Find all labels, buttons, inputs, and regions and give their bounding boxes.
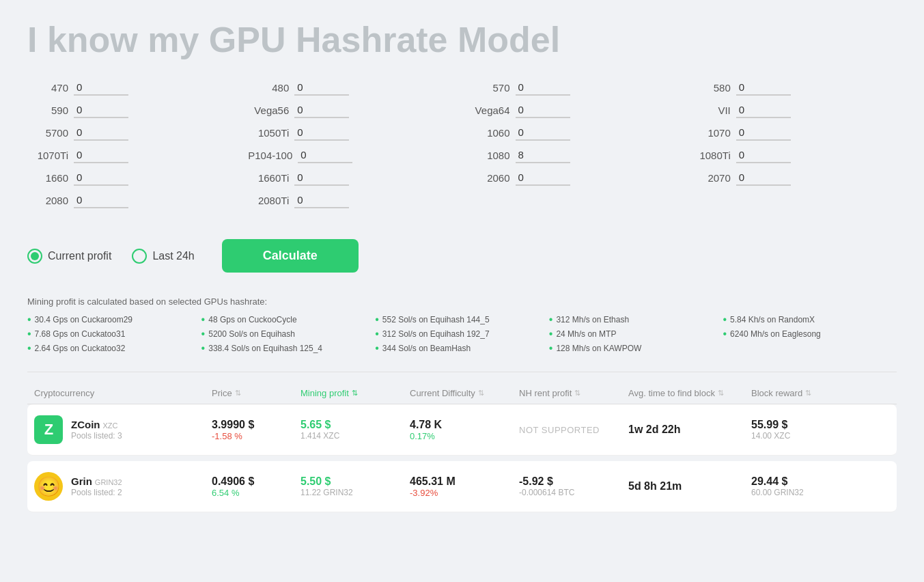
coin-price: 3.9990 $ (212, 419, 300, 431)
gpu-input-1080[interactable] (516, 148, 570, 163)
last-24h-dot (132, 249, 147, 264)
nh-rent-value: -5.92 $ (519, 475, 628, 488)
coin-name-line: GrinGRIN32 (71, 475, 122, 488)
coin-avg-time: 5d 8h 21m (628, 480, 751, 493)
gpu-input-5700[interactable] (74, 125, 128, 141)
gpu-input-590[interactable] (74, 102, 128, 118)
gpu-label-580: 580 (690, 82, 731, 94)
gpu-field-2080ti: 2080Ti (248, 193, 455, 208)
gpu-input-2080Ti[interactable] (294, 193, 349, 208)
gpu-input-VII[interactable] (736, 102, 791, 118)
coin-blockreward-col: 29.44 $ 60.00 GRIN32 (751, 475, 847, 497)
gpu-input-P104-100[interactable] (298, 148, 352, 163)
hashrate-col-1: 48 Gps on CuckooCycle5200 Sol/s on Equih… (201, 314, 376, 355)
gpu-input-580[interactable] (736, 80, 791, 96)
table-header-avg.-time-to-find-block[interactable]: Avg. time to find block ⇅ (628, 388, 751, 398)
gpu-label-Vega64: Vega64 (469, 105, 510, 116)
gpu-input-2080[interactable] (74, 193, 128, 208)
hashrate-item: 338.4 Sol/s on Equihash 125_4 (201, 342, 376, 355)
coin-avgtime-col: 5d 8h 21m (628, 480, 751, 493)
current-profit-radio[interactable]: Current profit (27, 249, 111, 264)
hashrate-col-0: 30.4 Gps on Cuckaroom297.68 Gps on Cucka… (27, 314, 201, 355)
gpu-label-470: 470 (27, 82, 68, 94)
table-header: CryptocurrencyPrice ⇅Mining profit ⇅Curr… (27, 383, 897, 404)
gpu-field-1080ti: 1080Ti (690, 148, 897, 163)
gpu-field-1070: 1070 (690, 125, 897, 141)
coin-name: ZCoin (71, 419, 100, 430)
hashrate-item: 30.4 Gps on Cuckaroom29 (27, 314, 201, 326)
not-supported-label: NOT SUPPORTED (519, 425, 600, 435)
coin-avgtime-col: 1w 2d 22h (628, 424, 751, 436)
current-profit-label: Current profit (48, 250, 111, 262)
gpu-label-2080Ti: 2080Ti (248, 195, 289, 206)
hashrate-item: 552 Sol/s on Equihash 144_5 (375, 314, 549, 326)
coin-pools: Pools listed: 2 (71, 488, 122, 497)
coin-profit-col: 5.50 $ 11.22 GRIN32 (300, 475, 410, 497)
coin-row-grin[interactable]: 😊 GrinGRIN32 Pools listed: 2 0.4906 $ 6.… (27, 461, 897, 512)
gpu-label-570: 570 (469, 82, 510, 94)
table-header-nh-rent-profit[interactable]: NH rent profit ⇅ (519, 388, 628, 398)
coin-name: Grin (71, 475, 92, 487)
table-header-block-reward[interactable]: Block reward ⇅ (751, 388, 847, 398)
coin-row-zcoin[interactable]: Z ZCoinXZC Pools listed: 3 3.9990 $ -1.5… (27, 404, 897, 456)
gpu-field-vega56: Vega56 (248, 102, 455, 118)
table-header-mining-profit[interactable]: Mining profit ⇅ (300, 388, 410, 398)
coin-price: 0.4906 $ (212, 475, 300, 488)
gpu-input-1050Ti[interactable] (294, 125, 349, 141)
gpu-label-P104-100: P104-100 (248, 150, 292, 161)
hashrate-item: 312 Mh/s on Ethash (549, 314, 723, 326)
gpu-input-1660Ti[interactable] (294, 170, 349, 186)
gpu-input-1080Ti[interactable] (736, 148, 791, 163)
coin-info: 😊 GrinGRIN32 Pools listed: 2 (34, 472, 212, 501)
sort-icon: ⇅ (718, 389, 724, 398)
gpu-label-Vega56: Vega56 (248, 105, 289, 116)
calculate-button[interactable]: Calculate (222, 239, 359, 273)
gpu-field-5700: 5700 (27, 125, 234, 141)
gpu-field-vega64: Vega64 (469, 102, 676, 118)
coin-name-block: ZCoinXZC Pools listed: 3 (71, 419, 122, 441)
gpu-label-1080Ti: 1080Ti (690, 150, 731, 161)
hashrate-bullets: 30.4 Gps on Cuckaroom297.68 Gps on Cucka… (27, 314, 897, 355)
coin-profit-col: 5.65 $ 1.414 XZC (300, 419, 410, 441)
sort-icon: ⇅ (805, 389, 811, 398)
gpu-input-470[interactable] (74, 80, 128, 96)
gpu-input-2060[interactable] (516, 170, 570, 186)
last-24h-radio[interactable]: Last 24h (132, 249, 194, 264)
sort-icon: ⇅ (574, 389, 580, 398)
gpu-input-Vega64[interactable] (516, 102, 570, 118)
coin-mining-profit-sub: 11.22 GRIN32 (300, 488, 410, 497)
hashrate-item: 2.64 Gps on Cuckatoo32 (27, 342, 201, 355)
gpu-input-1060[interactable] (516, 125, 570, 141)
gpu-label-1660: 1660 (27, 172, 68, 184)
gpu-input-2070[interactable] (736, 170, 791, 186)
nh-rent-sub: -0.000614 BTC (519, 488, 628, 497)
coin-difficulty: 4.78 K (410, 419, 519, 431)
gpu-input-Vega56[interactable] (294, 102, 349, 118)
gpu-label-VII: VII (690, 105, 731, 116)
coin-name-block: GrinGRIN32 Pools listed: 2 (71, 475, 122, 497)
hashrate-col-2: 552 Sol/s on Equihash 144_5312 Sol/s on … (375, 314, 549, 355)
coin-difficulty-change: -3.92% (410, 488, 519, 498)
table-header-current-difficulty[interactable]: Current Difficulty ⇅ (410, 388, 519, 398)
gpu-input-480[interactable] (294, 80, 349, 96)
gpu-label-590: 590 (27, 105, 68, 116)
hashrate-item: 128 Mh/s on KAWPOW (549, 342, 723, 355)
coin-difficulty-col: 4.78 K 0.17% (410, 419, 519, 441)
coin-mining-profit-sub: 1.414 XZC (300, 431, 410, 441)
hashrate-item: 7.68 Gps on Cuckatoo31 (27, 328, 201, 340)
coin-block-reward-sub: 60.00 GRIN32 (751, 488, 847, 497)
coin-logo-zcoin: Z (34, 415, 63, 444)
hashrate-item: 312 Sol/s on Equihash 192_7 (375, 328, 549, 340)
current-profit-dot (27, 249, 42, 264)
gpu-input-570[interactable] (516, 80, 570, 96)
last-24h-label: Last 24h (152, 250, 194, 262)
gpu-field-480: 480 (248, 80, 455, 96)
gpu-field-1660ti: 1660Ti (248, 170, 455, 186)
gpu-input-1070[interactable] (736, 125, 791, 141)
coin-difficulty-change: 0.17% (410, 431, 519, 441)
coin-nh-col: NOT SUPPORTED (519, 424, 628, 436)
gpu-input-1070Ti[interactable] (74, 148, 128, 163)
table-header-price[interactable]: Price ⇅ (212, 388, 300, 398)
gpu-label-1060: 1060 (469, 127, 510, 139)
gpu-input-1660[interactable] (74, 170, 128, 186)
